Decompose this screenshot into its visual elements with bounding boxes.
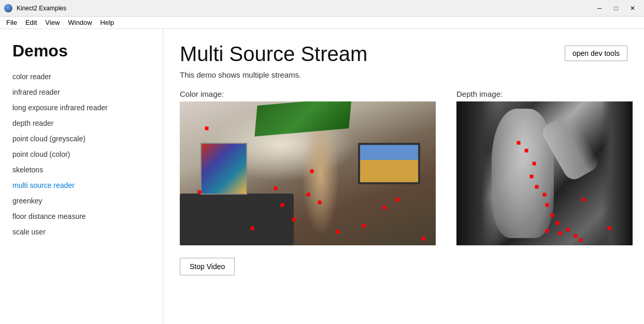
color-image-block: Color image: [180, 90, 436, 245]
depth-dot-2 [525, 149, 528, 153]
depth-dot-3 [533, 162, 536, 166]
joint-dot-8 [310, 170, 314, 173]
minimize-button[interactable]: ─ [592, 3, 607, 13]
depth-dot-14 [579, 239, 583, 242]
menu-window[interactable]: Window [64, 17, 96, 28]
joint-dot-5 [281, 203, 284, 207]
app-body: Demos color reader infrared reader long … [0, 29, 644, 324]
joint-dot-3 [251, 227, 254, 230]
open-dev-tools-button[interactable]: open dev tools [565, 46, 627, 61]
sidebar-title: Demos [0, 37, 163, 69]
depth-dot-9 [556, 222, 560, 225]
stop-video-button[interactable]: Stop Video [180, 258, 235, 275]
page-description: This demo shows multiple streams. [180, 70, 627, 79]
menubar: File Edit View Window Help [0, 17, 644, 29]
sidebar-item-long-exposure[interactable]: long exposure infrared reader [0, 100, 163, 115]
app-icon [4, 4, 12, 12]
maximize-button[interactable]: □ [609, 3, 623, 13]
depth-dot-5 [535, 185, 539, 189]
window-controls: ─ □ ✕ [592, 3, 640, 13]
sidebar-item-color-reader[interactable]: color reader [0, 69, 163, 84]
sidebar-item-skeletons[interactable]: skeletons [0, 162, 163, 178]
tv-screen [360, 145, 418, 182]
sidebar-item-point-cloud-color[interactable]: point cloud (color) [0, 146, 163, 162]
sidebar-item-point-cloud-grey[interactable]: point cloud (greyscale) [0, 131, 163, 146]
sidebar-item-scale-user[interactable]: scale user [0, 224, 163, 240]
app-title: Kinect2 Examples [17, 5, 66, 12]
depth-image-wrap [456, 101, 633, 245]
joint-dot-6 [292, 218, 296, 222]
titlebar: Kinect2 Examples ─ □ ✕ [0, 0, 644, 17]
tv-element [358, 143, 420, 184]
joint-dot-14 [422, 237, 425, 241]
depth-shadow-right [602, 101, 633, 245]
depth-image-canvas [456, 101, 633, 245]
images-row: Color image: [180, 90, 627, 245]
sidebar-item-depth-reader[interactable]: depth reader [0, 115, 163, 131]
sidebar-item-infrared-reader[interactable]: infrared reader [0, 84, 163, 100]
joint-dot-10 [336, 230, 340, 234]
joint-dot-9 [318, 201, 322, 204]
sidebar-item-floor-distance[interactable]: floor distance measure [0, 209, 163, 224]
depth-dot-1 [517, 141, 521, 145]
green-tarp-element [254, 101, 351, 137]
depth-dot-4 [530, 175, 534, 179]
depth-dot-15 [608, 227, 611, 230]
depth-image-label: Depth image: [456, 90, 633, 98]
depth-dot-10 [546, 229, 549, 233]
depth-dot-12 [566, 228, 570, 232]
joint-dot-12 [383, 206, 387, 210]
depth-dot-16 [582, 198, 585, 202]
titlebar-left: Kinect2 Examples [4, 4, 66, 12]
sidebar-item-multi-source[interactable]: multi source reader [0, 178, 163, 193]
joint-dot-1 [205, 127, 209, 130]
depth-dot-8 [551, 214, 554, 217]
depth-dot-13 [574, 234, 578, 238]
content-area: Multi Source Stream open dev tools This … [163, 29, 644, 324]
color-image-label: Color image: [180, 90, 436, 98]
menu-view[interactable]: View [41, 17, 64, 28]
sidebar: Demos color reader infrared reader long … [0, 29, 163, 324]
menu-file[interactable]: File [2, 17, 21, 28]
depth-dot-11 [559, 232, 562, 235]
depth-image-block: Depth image: [456, 90, 633, 245]
joint-dot-11 [362, 224, 366, 228]
joint-dot-2 [198, 190, 202, 194]
color-image-wrap [180, 101, 436, 245]
joint-dot-7 [307, 193, 310, 197]
depth-dot-6 [543, 193, 547, 197]
menu-help[interactable]: Help [96, 17, 119, 28]
joint-dot-4 [274, 187, 278, 190]
page-title: Multi Source Stream [180, 41, 367, 66]
depth-dot-7 [546, 203, 549, 207]
menu-edit[interactable]: Edit [21, 17, 41, 28]
artwork-element [201, 143, 247, 195]
close-button[interactable]: ✕ [625, 3, 640, 13]
joint-dot-13 [396, 198, 399, 202]
color-image-canvas [180, 101, 436, 245]
content-header: Multi Source Stream open dev tools [180, 41, 627, 66]
sidebar-item-greenkey[interactable]: greenkey [0, 193, 163, 209]
couch-element [180, 194, 294, 245]
